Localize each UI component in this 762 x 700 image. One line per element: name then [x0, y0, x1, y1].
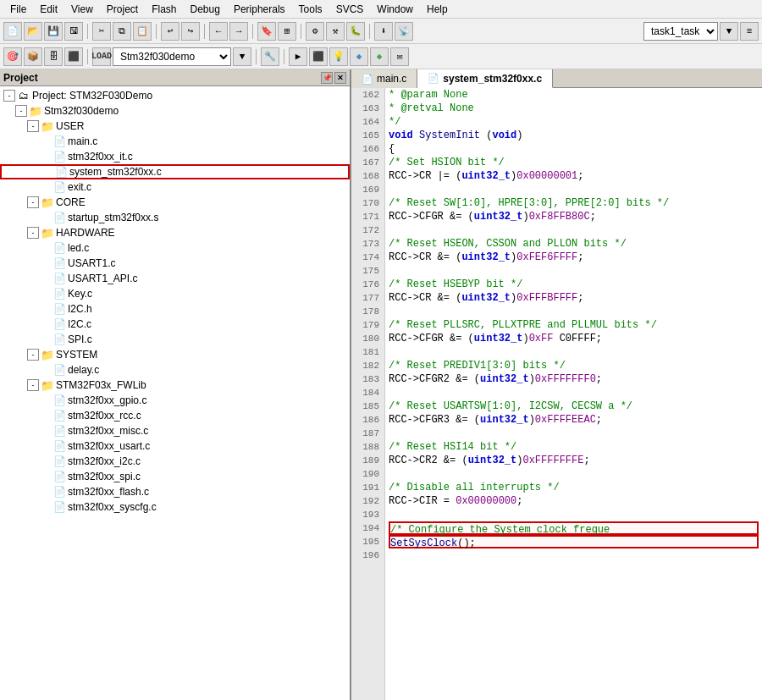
- redo-button[interactable]: ↪: [181, 22, 200, 41]
- tb2-icon3[interactable]: 🗄: [44, 47, 63, 66]
- tree-item-gpio_c[interactable]: 📄stm32f0xx_gpio.c: [0, 393, 350, 408]
- file-icon: 📄: [52, 394, 66, 406]
- tree-item-flash_c[interactable]: 📄stm32f0xx_flash.c: [0, 484, 350, 499]
- tree-item-misc_c[interactable]: 📄stm32f0xx_misc.c: [0, 423, 350, 438]
- tree-item-system_stm32[interactable]: 📄system_stm32f0xx.c: [0, 164, 350, 179]
- menu-edit[interactable]: Edit: [33, 2, 64, 17]
- expand-icon[interactable]: -: [27, 227, 39, 239]
- tree-item-i2c2_c[interactable]: 📄stm32f0xx_i2c.c: [0, 454, 350, 469]
- sep1: [87, 24, 88, 39]
- expand-icon[interactable]: -: [27, 379, 39, 391]
- tb2-diamond1[interactable]: ◆: [350, 47, 368, 66]
- back-button[interactable]: ←: [209, 22, 228, 41]
- menu-debug[interactable]: Debug: [184, 2, 227, 17]
- tree-item-usart1_c[interactable]: 📄USART1.c: [0, 256, 350, 271]
- menu-help[interactable]: Help: [420, 2, 455, 17]
- menu-project[interactable]: Project: [100, 2, 145, 17]
- code-line-168: RCC->CR |= (uint32_t)0x00000001;: [389, 169, 759, 183]
- project-dropdown-btn[interactable]: ▼: [233, 47, 251, 66]
- tree-item-key_c[interactable]: 📄Key.c: [0, 286, 350, 301]
- menu-file[interactable]: File: [3, 2, 33, 17]
- tree-item-usart_c[interactable]: 📄stm32f0xx_usart.c: [0, 438, 350, 454]
- tree-item-exit_c[interactable]: 📄exit.c: [0, 179, 350, 195]
- bookmark-button[interactable]: 🔖: [257, 22, 276, 41]
- download-button[interactable]: ⬇: [374, 22, 393, 41]
- navigate-button[interactable]: ⊞: [278, 22, 296, 41]
- code-content[interactable]: * @param None * @retval None */void Syst…: [385, 88, 762, 700]
- new-button[interactable]: 📄: [3, 22, 22, 41]
- file-icon: 📄: [52, 135, 66, 147]
- expand-icon[interactable]: -: [27, 120, 39, 132]
- tree-item-stm32fwlib[interactable]: -📁STM32F03x_FWLib: [0, 378, 350, 393]
- tree-item-system[interactable]: -📁SYSTEM: [0, 347, 350, 362]
- tb2-diamond2[interactable]: ◆: [370, 47, 389, 66]
- tree-item-user[interactable]: -📁USER: [0, 119, 350, 134]
- file-icon: 📄: [52, 486, 66, 498]
- rebuild-button[interactable]: ⚒: [326, 22, 345, 41]
- tree-item-usart1_api[interactable]: 📄USART1_API.c: [0, 271, 350, 286]
- menu-window[interactable]: Window: [370, 2, 420, 17]
- tb2-run2[interactable]: ⬛: [309, 47, 328, 66]
- project-close-icon[interactable]: ✕: [334, 72, 346, 84]
- editor-tab-system_stm32f0xx_c[interactable]: 📄system_stm32f0xx.c: [417, 69, 553, 88]
- save-button[interactable]: 💾: [44, 22, 63, 41]
- paste-button[interactable]: 📋: [133, 22, 152, 41]
- saveas-button[interactable]: 🖫: [64, 22, 83, 41]
- copy-button[interactable]: ⧉: [113, 22, 131, 41]
- tree-item-delay_c[interactable]: 📄delay.c: [0, 362, 350, 378]
- build-button[interactable]: ⚙: [306, 22, 324, 41]
- tree-label: exit.c: [68, 181, 91, 193]
- serial-button[interactable]: 📡: [395, 22, 413, 41]
- menu-view[interactable]: View: [64, 2, 100, 17]
- tb2-wrench[interactable]: 🔧: [261, 47, 279, 66]
- line-number-196: 196: [356, 548, 379, 562]
- project-pin-icon[interactable]: 📌: [321, 72, 333, 84]
- code-line-162: * @param None: [389, 88, 759, 102]
- tb2-icon2[interactable]: 📦: [24, 47, 42, 66]
- editor-tab-main_c[interactable]: 📄main.c: [351, 69, 417, 88]
- menu-svcs[interactable]: SVCS: [329, 2, 371, 17]
- tree-item-core[interactable]: -📁CORE: [0, 195, 350, 210]
- line-number-183: 183: [356, 372, 379, 386]
- tree-item-spi2_c[interactable]: 📄stm32f0xx_spi.c: [0, 469, 350, 484]
- task-btn1[interactable]: ▼: [720, 22, 738, 41]
- tb2-icon4[interactable]: ⬛: [64, 47, 83, 66]
- tree-item-main_c[interactable]: 📄main.c: [0, 134, 350, 149]
- tree-item-spi_c[interactable]: 📄SPI.c: [0, 332, 350, 347]
- tb2-load-icon[interactable]: LOAD: [92, 47, 111, 66]
- tree-item-stm32[interactable]: -📁Stm32f030demo: [0, 103, 350, 119]
- tb2-icon1[interactable]: 🎯: [3, 47, 22, 66]
- open-button[interactable]: 📂: [24, 22, 42, 41]
- menu-tools[interactable]: Tools: [292, 2, 329, 17]
- tb2-mail[interactable]: ✉: [390, 47, 409, 66]
- undo-button[interactable]: ↩: [161, 22, 179, 41]
- menu-peripherals[interactable]: Peripherals: [227, 2, 292, 17]
- task-btn2[interactable]: ≡: [740, 22, 759, 41]
- tree-item-hardware[interactable]: -📁HARDWARE: [0, 225, 350, 240]
- tb2-led[interactable]: 💡: [329, 47, 348, 66]
- cut-button[interactable]: ✂: [92, 22, 111, 41]
- project-dropdown[interactable]: Stm32f030demo: [113, 47, 231, 66]
- tree-item-syscfg_c[interactable]: 📄stm32f0xx_syscfg.c: [0, 499, 350, 515]
- tree-item-rcc_c[interactable]: 📄stm32f0xx_rcc.c: [0, 408, 350, 423]
- forward-button[interactable]: →: [229, 22, 248, 41]
- expand-icon[interactable]: -: [27, 196, 39, 208]
- tree-item-root[interactable]: -🗂Project: STM32F030Demo: [0, 88, 350, 103]
- expand-icon[interactable]: -: [3, 90, 15, 102]
- expand-icon[interactable]: -: [27, 349, 39, 361]
- task-dropdown[interactable]: task1_task: [643, 22, 718, 41]
- tree-item-startup[interactable]: 📄startup_stm32f0xx.s: [0, 210, 350, 225]
- line-numbers: 1621631641651661671681691701711721731741…: [351, 88, 385, 700]
- tree-item-i2c_c[interactable]: 📄I2C.c: [0, 317, 350, 332]
- tree-item-led_c[interactable]: 📄led.c: [0, 240, 350, 256]
- folder-icon: 📁: [41, 120, 54, 132]
- tree-item-i2c_h[interactable]: 📄I2C.h: [0, 301, 350, 317]
- tb2-run1[interactable]: ▶: [289, 47, 307, 66]
- tree-item-stm32_it[interactable]: 📄stm32f0xx_it.c: [0, 149, 350, 164]
- line-number-190: 190: [356, 467, 379, 481]
- menu-flash[interactable]: Flash: [145, 2, 183, 17]
- expand-icon[interactable]: -: [15, 105, 27, 117]
- code-line-170: /* Reset SW[1:0], HPRE[3:0], PPRE[2:0] b…: [389, 196, 759, 210]
- debug-button[interactable]: 🐛: [346, 22, 365, 41]
- line-number-166: 166: [356, 142, 379, 156]
